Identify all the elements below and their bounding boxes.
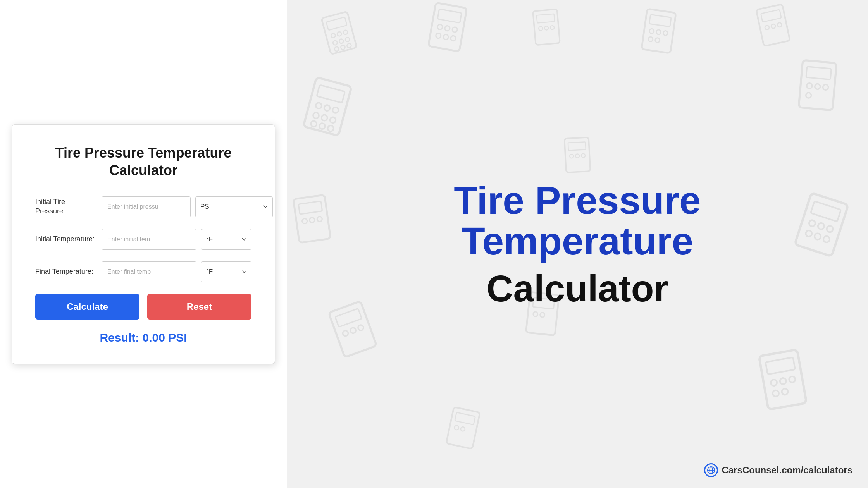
svg-rect-25 — [649, 15, 671, 27]
bg-calc-icon-12 — [747, 344, 818, 415]
initial-pressure-label: Initial Tire Pressure: — [35, 198, 95, 216]
svg-point-62 — [826, 225, 834, 233]
svg-point-79 — [789, 376, 796, 383]
svg-point-69 — [350, 327, 356, 334]
svg-point-68 — [342, 330, 349, 337]
svg-point-84 — [454, 425, 459, 430]
svg-point-49 — [806, 83, 812, 89]
button-row: Calculate Reset — [35, 294, 251, 320]
svg-point-73 — [533, 312, 538, 317]
svg-point-6 — [339, 39, 344, 44]
svg-point-34 — [771, 24, 776, 29]
right-content: Tire Pressure Temperature Calculator — [431, 180, 724, 308]
svg-point-13 — [437, 24, 443, 30]
svg-rect-37 — [317, 85, 345, 103]
bg-calc-icon-3 — [525, 6, 567, 48]
svg-point-55 — [302, 218, 308, 224]
svg-rect-67 — [335, 308, 362, 327]
final-temperature-label: Final Temperature: — [35, 267, 95, 276]
calculate-button[interactable]: Calculate — [35, 294, 140, 320]
svg-point-4 — [343, 30, 348, 35]
svg-point-16 — [436, 33, 441, 39]
reset-button[interactable]: Reset — [147, 294, 251, 320]
svg-point-8 — [334, 46, 339, 52]
bg-calc-icon-13 — [438, 403, 488, 453]
calculator-card: Tire Pressure Temperature Calculator Ini… — [12, 124, 275, 364]
final-temperature-unit-select[interactable]: °F °C K — [201, 261, 251, 282]
svg-point-44 — [310, 120, 317, 127]
svg-point-77 — [770, 379, 778, 387]
svg-point-78 — [779, 378, 787, 385]
left-panel: Tire Pressure Temperature Calculator Ini… — [0, 0, 287, 488]
bg-calc-icon-9 — [782, 186, 861, 264]
right-title-line1: Tire Pressure Temperature — [454, 180, 701, 261]
svg-point-64 — [814, 232, 822, 240]
svg-point-15 — [452, 27, 458, 33]
result-display: Result: 0.00 PSI — [35, 331, 251, 344]
svg-point-29 — [648, 36, 653, 42]
svg-point-52 — [806, 92, 811, 98]
svg-point-10 — [346, 43, 351, 48]
svg-rect-76 — [766, 357, 795, 375]
svg-rect-1 — [326, 17, 347, 30]
initial-temperature-unit-select[interactable]: °F °C K — [201, 229, 251, 250]
bg-calc-icon-4 — [632, 5, 685, 57]
final-temperature-row: Final Temperature: °F °C K — [35, 261, 251, 282]
svg-point-33 — [765, 25, 770, 30]
right-title-line3: Calculator — [454, 269, 701, 308]
svg-point-23 — [550, 26, 555, 30]
svg-rect-58 — [795, 193, 848, 256]
svg-point-89 — [575, 154, 580, 158]
final-temperature-input[interactable] — [102, 261, 196, 282]
svg-point-90 — [581, 153, 586, 158]
initial-pressure-inputs: PSI BAR kPa — [102, 196, 273, 217]
svg-point-14 — [444, 26, 450, 31]
svg-point-2 — [331, 33, 336, 38]
right-panel: Tire Pressure Temperature Calculator Car… — [287, 0, 868, 488]
svg-rect-54 — [298, 201, 322, 214]
svg-point-18 — [450, 35, 456, 41]
bg-calc-icon-8 — [287, 191, 340, 247]
svg-point-30 — [655, 38, 660, 43]
bg-calc-icon-1 — [313, 7, 365, 59]
globe-icon — [704, 463, 718, 477]
initial-temperature-label: Initial Temperature: — [35, 235, 95, 244]
svg-rect-20 — [537, 14, 555, 23]
svg-point-56 — [309, 217, 315, 223]
svg-point-45 — [319, 123, 326, 130]
svg-rect-48 — [806, 67, 831, 79]
final-temperature-inputs: °F °C K — [102, 261, 251, 282]
initial-pressure-unit-select[interactable]: PSI BAR kPa — [195, 196, 273, 217]
svg-point-80 — [772, 390, 780, 397]
svg-point-63 — [805, 230, 813, 237]
svg-point-40 — [332, 107, 339, 113]
svg-point-85 — [460, 426, 465, 431]
svg-point-17 — [443, 34, 449, 40]
svg-point-35 — [777, 22, 782, 27]
bg-calc-icon-14 — [557, 134, 598, 175]
svg-point-43 — [329, 117, 336, 124]
svg-point-21 — [539, 26, 543, 31]
svg-point-28 — [663, 31, 668, 36]
svg-point-26 — [649, 29, 654, 34]
bg-calc-icon-5 — [748, 0, 798, 50]
svg-point-65 — [823, 235, 830, 243]
svg-point-88 — [570, 154, 574, 158]
svg-point-3 — [337, 31, 342, 36]
initial-pressure-input[interactable] — [102, 196, 191, 217]
initial-temperature-input[interactable] — [102, 229, 196, 250]
brand-text: CarsCounsel.com/calculators — [722, 465, 852, 476]
svg-point-9 — [340, 45, 345, 50]
svg-rect-59 — [811, 201, 841, 222]
card-title: Tire Pressure Temperature Calculator — [35, 144, 251, 179]
svg-point-39 — [324, 104, 331, 111]
svg-point-22 — [544, 26, 549, 30]
initial-temperature-inputs: °F °C K — [102, 229, 251, 250]
svg-point-7 — [345, 37, 350, 42]
svg-point-50 — [815, 84, 820, 89]
svg-point-41 — [312, 112, 319, 119]
svg-point-60 — [808, 219, 816, 227]
bg-calc-icon-2 — [418, 0, 477, 56]
bg-calc-icon-10 — [318, 294, 387, 364]
svg-point-61 — [817, 222, 825, 230]
